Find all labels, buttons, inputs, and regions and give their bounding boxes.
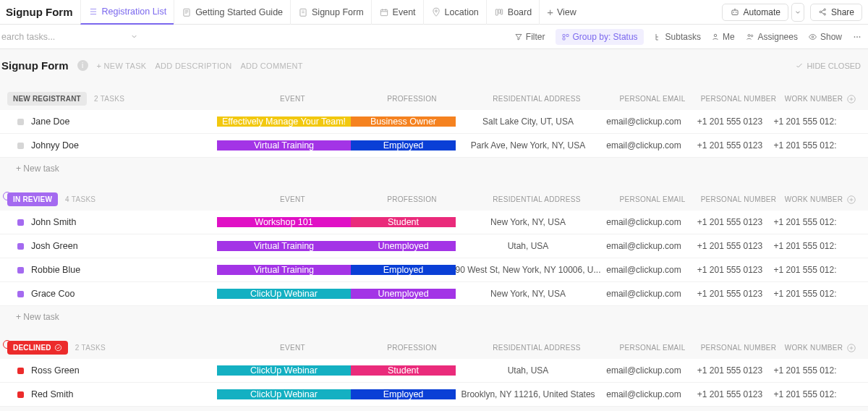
cell-email[interactable]: email@clickup.com bbox=[600, 365, 687, 376]
cell-profession[interactable]: Employed bbox=[351, 140, 456, 151]
cell-email[interactable]: email@clickup.com bbox=[600, 116, 687, 127]
groupby-button[interactable]: Group by: Status bbox=[556, 29, 644, 45]
cell-personal-number[interactable]: +1 201 555 0123 bbox=[687, 217, 773, 227]
new-task-row[interactable]: + New task bbox=[0, 306, 868, 328]
cell-email[interactable]: email@clickup.com bbox=[600, 265, 687, 275]
status-chip[interactable]: IN REVIEW bbox=[7, 192, 58, 206]
new-task-button[interactable]: + NEW TASK bbox=[97, 62, 147, 70]
cell-event[interactable]: Effectively Manage Your Team! bbox=[217, 116, 351, 127]
cell-address[interactable]: Utah, USA bbox=[456, 241, 600, 251]
task-row[interactable]: Grace CooClickUp WebinarUnemployedNew Yo… bbox=[0, 282, 868, 306]
cell-personal-number[interactable]: +1 201 555 0123 bbox=[687, 365, 773, 376]
cell-address[interactable]: 90 West St, New York, NY 10006, U... bbox=[456, 265, 600, 275]
task-row[interactable]: Red SmithClickUp WebinarEmployedBrooklyn… bbox=[0, 383, 868, 407]
tab-registration-list[interactable]: Registration List bbox=[80, 0, 174, 25]
hide-closed-button[interactable]: HIDE CLOSED bbox=[795, 62, 861, 70]
cell-profession[interactable]: Student bbox=[351, 217, 456, 227]
cell-event[interactable]: ClickUp Webinar bbox=[217, 289, 351, 299]
cell-personal-number[interactable]: +1 201 555 0123 bbox=[687, 265, 773, 275]
cell-work-number[interactable]: +1 201 555 012: bbox=[773, 116, 838, 127]
cell-personal-number[interactable]: +1 201 555 0123 bbox=[687, 140, 773, 151]
show-button[interactable]: Show bbox=[808, 32, 842, 42]
cell-address[interactable]: Brooklyn, NY 11216, United States bbox=[456, 389, 600, 399]
add-column-button[interactable] bbox=[846, 94, 861, 104]
tab-location[interactable]: Location bbox=[423, 0, 486, 25]
cell-event[interactable]: Virtual Training bbox=[217, 140, 351, 151]
status-chip[interactable]: DECLINED bbox=[7, 341, 68, 355]
cell-profession[interactable]: Student bbox=[351, 365, 456, 376]
cell-profession[interactable]: Unemployed bbox=[351, 289, 456, 299]
cell-personal-number[interactable]: +1 201 555 0123 bbox=[687, 289, 773, 299]
status-square-icon[interactable] bbox=[17, 291, 24, 297]
search-input[interactable]: earch tasks... bbox=[1, 32, 55, 42]
group-collapse-handle[interactable] bbox=[3, 192, 12, 200]
cell-work-number[interactable]: +1 201 555 012: bbox=[773, 217, 838, 227]
plus-circle-icon bbox=[846, 343, 856, 353]
cell-profession[interactable]: Unemployed bbox=[351, 241, 456, 251]
cell-work-number[interactable]: +1 201 555 012: bbox=[773, 140, 838, 151]
automate-button[interactable]: Automate bbox=[722, 4, 788, 21]
cell-work-number[interactable]: +1 201 555 012: bbox=[773, 265, 838, 275]
task-row[interactable]: John SmithWorkshop 101StudentNew York, N… bbox=[0, 211, 868, 234]
status-square-icon[interactable] bbox=[17, 391, 24, 398]
group-collapse-handle[interactable] bbox=[3, 340, 12, 349]
cell-email[interactable]: email@clickup.com bbox=[600, 140, 687, 151]
cell-event[interactable]: ClickUp Webinar bbox=[217, 365, 351, 376]
task-row[interactable]: Jane DoeEffectively Manage Your Team!Bus… bbox=[0, 110, 868, 134]
status-square-icon[interactable] bbox=[17, 267, 24, 274]
status-square-icon[interactable] bbox=[17, 219, 24, 226]
filter-button[interactable]: Filter bbox=[514, 32, 545, 42]
cell-profession[interactable]: Business Owner bbox=[351, 116, 456, 127]
cell-work-number[interactable]: +1 201 555 012: bbox=[773, 241, 838, 251]
new-task-row[interactable]: + New task bbox=[0, 158, 868, 179]
cell-profession[interactable]: Employed bbox=[351, 389, 456, 399]
cell-work-number[interactable]: +1 201 555 012: bbox=[773, 389, 838, 399]
status-square-icon[interactable] bbox=[17, 243, 24, 250]
status-chip[interactable]: NEW REGISTRANT bbox=[7, 92, 87, 106]
me-button[interactable]: Me bbox=[711, 32, 735, 42]
cell-address[interactable]: Utah, USA bbox=[456, 365, 600, 376]
add-column-button[interactable] bbox=[846, 195, 861, 205]
task-row[interactable]: Ross GreenClickUp WebinarStudentUtah, US… bbox=[0, 359, 868, 383]
cell-profession[interactable]: Employed bbox=[351, 265, 456, 275]
automate-dropdown[interactable] bbox=[791, 3, 804, 22]
add-column-button[interactable] bbox=[846, 343, 861, 353]
subtasks-icon bbox=[654, 33, 663, 41]
assignees-button[interactable]: Assignees bbox=[745, 32, 798, 42]
subtasks-button[interactable]: Subtasks bbox=[654, 32, 701, 42]
cell-personal-number[interactable]: +1 201 555 0123 bbox=[687, 116, 773, 127]
add-comment-button[interactable]: ADD COMMENT bbox=[240, 62, 302, 70]
cell-work-number[interactable]: +1 201 555 012: bbox=[773, 289, 838, 299]
tab-getting-started-guide[interactable]: Getting Started Guide bbox=[174, 0, 290, 25]
task-row[interactable]: Johnyy DoeVirtual TrainingEmployedPark A… bbox=[0, 134, 868, 158]
cell-event[interactable]: Workshop 101 bbox=[217, 217, 351, 227]
status-square-icon[interactable] bbox=[17, 368, 24, 374]
tab-signup-form[interactable]: Signup Form bbox=[290, 0, 371, 25]
task-row[interactable]: Robbie BlueVirtual TrainingEmployed90 We… bbox=[0, 258, 868, 282]
cell-address[interactable]: New York, NY, USA bbox=[456, 289, 600, 299]
search-dropdown[interactable] bbox=[130, 33, 138, 41]
status-square-icon[interactable] bbox=[17, 143, 24, 149]
tab-event[interactable]: Event bbox=[371, 0, 423, 25]
status-square-icon[interactable] bbox=[17, 119, 24, 125]
tab-view[interactable]: +View bbox=[539, 0, 584, 25]
cell-personal-number[interactable]: +1 201 555 0123 bbox=[687, 241, 773, 251]
cell-address[interactable]: Park Ave, New York, NY, USA bbox=[456, 140, 600, 151]
cell-event[interactable]: Virtual Training bbox=[217, 265, 351, 275]
cell-address[interactable]: New York, NY, USA bbox=[456, 217, 600, 227]
cell-address[interactable]: Salt Lake City, UT, USA bbox=[456, 116, 600, 127]
cell-personal-number[interactable]: +1 201 555 0123 bbox=[687, 389, 773, 399]
cell-email[interactable]: email@clickup.com bbox=[600, 217, 687, 227]
share-button[interactable]: Share bbox=[810, 4, 862, 21]
cell-work-number[interactable]: +1 201 555 012: bbox=[773, 365, 838, 376]
cell-email[interactable]: email@clickup.com bbox=[600, 241, 687, 251]
task-row[interactable]: Josh GreenVirtual TrainingUnemployedUtah… bbox=[0, 234, 868, 258]
cell-event[interactable]: ClickUp Webinar bbox=[217, 389, 351, 399]
cell-event[interactable]: Virtual Training bbox=[217, 241, 351, 251]
cell-email[interactable]: email@clickup.com bbox=[600, 289, 687, 299]
info-icon[interactable]: i bbox=[77, 60, 88, 71]
cell-email[interactable]: email@clickup.com bbox=[600, 389, 687, 399]
tab-board[interactable]: Board bbox=[486, 0, 539, 25]
more-button[interactable] bbox=[852, 33, 862, 41]
add-description-button[interactable]: ADD DESCRIPTION bbox=[155, 62, 231, 70]
